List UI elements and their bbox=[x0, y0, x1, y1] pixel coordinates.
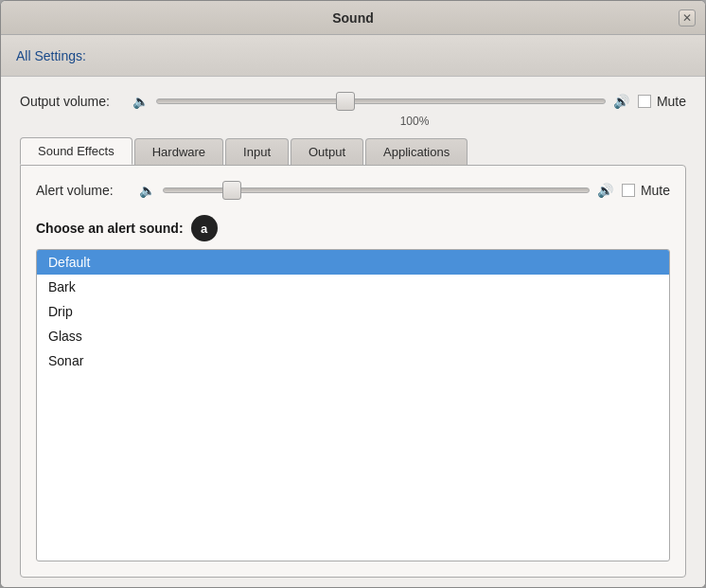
output-mute-checkbox[interactable] bbox=[638, 95, 651, 108]
sound-list: Default Bark Drip Glass Sonar bbox=[36, 249, 670, 561]
main-content: Output volume: Mute 100% Sound Effects H… bbox=[1, 77, 705, 587]
output-volume-thumb[interactable] bbox=[336, 92, 355, 111]
tab-hardware[interactable]: Hardware bbox=[134, 138, 223, 165]
alert-volume-row: Alert volume: Mute bbox=[36, 181, 670, 200]
output-volume-label: Output volume: bbox=[20, 94, 124, 109]
output-volume-track bbox=[156, 98, 606, 104]
sound-item-drip[interactable]: Drip bbox=[37, 299, 669, 324]
sound-item-sonar[interactable]: Sonar bbox=[37, 348, 669, 373]
output-volume-high-icon bbox=[613, 93, 630, 110]
alert-mute-area: Mute bbox=[622, 183, 670, 198]
sound-window: Sound ✕ All Settings: Output volume: Mut… bbox=[0, 0, 706, 588]
alert-volume-low-icon bbox=[138, 182, 155, 199]
alert-mute-label: Mute bbox=[641, 183, 670, 198]
output-mute-label: Mute bbox=[657, 94, 686, 109]
settings-bar: All Settings: bbox=[1, 35, 705, 77]
alert-volume-label: Alert volume: bbox=[36, 183, 131, 198]
tab-panel-sound-effects: Alert volume: Mute Choose an alert sound… bbox=[20, 165, 686, 578]
output-mute-area: Mute bbox=[638, 94, 686, 109]
alert-volume-slider[interactable] bbox=[163, 181, 590, 200]
sound-item-glass[interactable]: Glass bbox=[37, 324, 669, 348]
all-settings-link[interactable]: All Settings: bbox=[16, 48, 86, 63]
tab-applications[interactable]: Applications bbox=[365, 138, 468, 165]
tab-input[interactable]: Input bbox=[225, 138, 289, 165]
badge: a bbox=[191, 215, 218, 241]
output-volume-percent: 100% bbox=[143, 115, 686, 128]
tab-bar: Sound Effects Hardware Input Output Appl… bbox=[20, 137, 686, 165]
alert-mute-checkbox[interactable] bbox=[622, 184, 635, 197]
output-volume-slider[interactable] bbox=[156, 92, 606, 111]
alert-volume-track bbox=[163, 187, 590, 193]
close-button[interactable]: ✕ bbox=[679, 9, 696, 27]
tab-sound-effects[interactable]: Sound Effects bbox=[20, 137, 132, 165]
sound-item-default[interactable]: Default bbox=[37, 250, 669, 275]
tab-output[interactable]: Output bbox=[291, 138, 363, 165]
alert-volume-high-icon bbox=[597, 182, 614, 199]
alert-volume-thumb[interactable] bbox=[222, 181, 241, 200]
output-volume-row: Output volume: Mute bbox=[20, 92, 686, 111]
titlebar: Sound ✕ bbox=[1, 1, 705, 35]
output-volume-low-icon bbox=[132, 93, 149, 110]
window-title: Sound bbox=[332, 10, 374, 26]
sound-item-bark[interactable]: Bark bbox=[37, 275, 669, 299]
choose-alert-label: Choose an alert sound: a bbox=[36, 215, 670, 241]
